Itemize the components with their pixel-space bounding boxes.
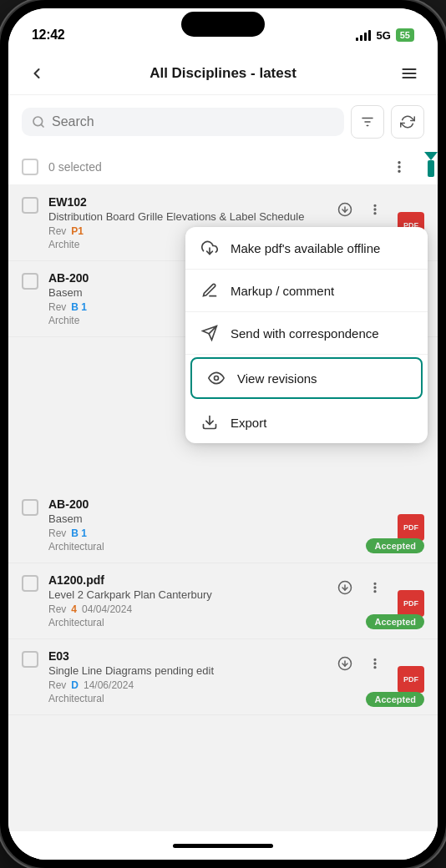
phone-screen: 12:42 5G 55 All D (8, 8, 438, 860)
context-menu-item-revisions[interactable]: View revisions (190, 357, 423, 399)
home-bar (173, 844, 273, 848)
app-header: All Disciplines - latest (8, 52, 438, 95)
network-type: 5G (376, 29, 390, 42)
page-title: All Disciplines - latest (52, 65, 394, 82)
send-icon (200, 324, 219, 342)
phone-frame: 12:42 5G 55 All D (0, 0, 446, 868)
filter-button[interactable] (351, 105, 384, 139)
context-item-markup-label: Markup / comment (231, 284, 334, 298)
svg-marker-11 (424, 152, 438, 160)
search-bar-row (8, 95, 438, 149)
svg-point-21 (215, 376, 219, 381)
svg-point-8 (398, 162, 400, 164)
pencil-icon (200, 281, 219, 300)
arrow-down-icon (416, 152, 438, 182)
refresh-button[interactable] (391, 105, 424, 139)
status-time: 12:42 (32, 28, 64, 43)
back-button[interactable] (22, 58, 52, 88)
svg-rect-12 (428, 160, 434, 177)
home-indicator (8, 831, 438, 860)
battery-indicator: 55 (396, 28, 414, 42)
context-item-send-label: Send with correspondence (231, 326, 379, 341)
search-icon (32, 115, 45, 129)
eye-icon (207, 369, 226, 387)
menu-button[interactable] (394, 58, 424, 88)
signal-icon (356, 29, 371, 41)
status-icons: 5G 55 (356, 28, 414, 42)
context-menu: Make pdf's available offline Markup / co… (185, 227, 428, 443)
download-cloud-icon (200, 239, 219, 257)
dynamic-island (181, 12, 265, 37)
context-menu-item-markup[interactable]: Markup / comment (185, 270, 428, 312)
select-all-checkbox[interactable] (22, 159, 38, 175)
search-input-wrapper[interactable] (22, 108, 344, 136)
svg-line-4 (41, 124, 43, 127)
context-menu-item-send[interactable]: Send with correspondence (185, 312, 428, 355)
svg-point-9 (398, 166, 400, 168)
context-item-revisions-label: View revisions (237, 371, 317, 386)
app-content: All Disciplines - latest (8, 52, 438, 860)
export-icon (200, 413, 219, 431)
search-input[interactable] (52, 114, 334, 129)
context-menu-item-offline[interactable]: Make pdf's available offline (185, 227, 428, 270)
context-item-export-label: Export (231, 416, 266, 430)
selection-row: 0 selected (8, 149, 438, 185)
context-menu-item-export[interactable]: Export (185, 401, 428, 443)
list-area: EW102 Distribution Board Grille Elevatio… (8, 185, 438, 831)
selection-more-button[interactable] (384, 152, 414, 182)
svg-point-10 (398, 170, 400, 172)
selected-count: 0 selected (48, 160, 374, 174)
context-item-offline-label: Make pdf's available offline (231, 241, 380, 255)
